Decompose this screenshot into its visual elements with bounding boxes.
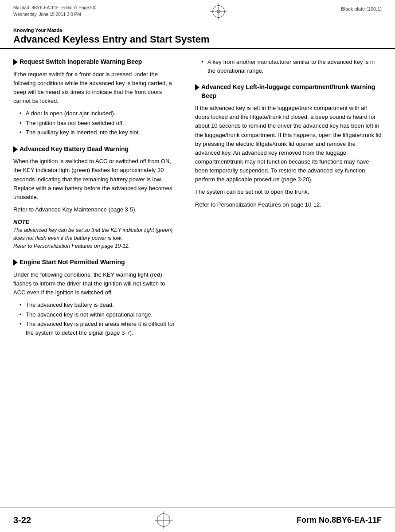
registration-mark bbox=[212, 5, 225, 18]
section-luggage-heading: Advanced Key Left-in-luggage compartment… bbox=[195, 83, 382, 100]
section-engine-start-title: Engine Start Not Permitted Warning bbox=[20, 258, 125, 267]
form-number: Form No.8BY6-EA-11F bbox=[297, 516, 382, 525]
section-engine-start: Engine Start Not Permitted Warning Under… bbox=[13, 258, 177, 337]
note-text1: The advanced key can be set so that the … bbox=[13, 226, 177, 242]
triangle-bullet-icon bbox=[13, 59, 18, 65]
section-luggage-warning: Advanced Key Left-in-luggage compartment… bbox=[195, 83, 382, 209]
section-meta: Knowing Your Mazda bbox=[0, 20, 395, 33]
header-right: Black plate (100,1) bbox=[341, 4, 382, 12]
section-request-switch: Request Switch Inoperable Warning Beep I… bbox=[13, 58, 177, 137]
section-request-switch-heading: Request Switch Inoperable Warning Beep bbox=[13, 58, 177, 66]
list-item: The advanced key battery is dead. bbox=[20, 301, 177, 309]
footer-registration-mark bbox=[157, 513, 170, 527]
list-item: The auxiliary key is inserted into the k… bbox=[20, 128, 177, 137]
header-center-icon bbox=[212, 5, 225, 18]
section-luggage-title: Advanced Key Left-in-luggage compartment… bbox=[201, 83, 382, 100]
section-luggage-body: If the advanced key is left in the lugga… bbox=[195, 104, 382, 184]
list-item: The advanced key is placed in areas wher… bbox=[20, 320, 177, 337]
page-header: Mazda3_8BY6-EA-11F_Edition1 Page100 Wedn… bbox=[0, 0, 395, 20]
triangle-bullet-icon bbox=[13, 259, 18, 266]
right-bullet-intro: A key from another manufacturer similar … bbox=[195, 58, 382, 75]
header-left: Mazda3_8BY6-EA-11F_Edition1 Page100 Wedn… bbox=[13, 4, 96, 18]
triangle-bullet-icon bbox=[195, 84, 199, 90]
section-battery-dead-body2: Refer to Advanced Key Maintenance (page … bbox=[13, 205, 177, 214]
list-item: The ignition has not been switched off. bbox=[20, 119, 177, 128]
section-battery-dead-title: Advanced Key Battery Dead Warning bbox=[20, 145, 129, 154]
section-request-switch-body: If the request switch for a front door i… bbox=[13, 70, 177, 106]
section-title: Advanced Keyless Entry and Start System bbox=[0, 33, 395, 49]
footer-center-icon bbox=[157, 513, 170, 527]
page-number: 3-22 bbox=[13, 515, 31, 525]
section-luggage-body3: Refer to Personalization Features on pag… bbox=[195, 200, 382, 209]
list-item: A key from another manufacturer similar … bbox=[201, 58, 382, 75]
section-luggage-body2: The system can be set not to open the tr… bbox=[195, 188, 382, 196]
section-request-switch-bullets: A door is open (door ajar included). The… bbox=[20, 109, 177, 137]
section-engine-start-bullets: The advanced key battery is dead. The ad… bbox=[20, 301, 177, 337]
header-date: Wednesday, June 15 2011 2:0 PM bbox=[13, 11, 96, 18]
header-doc-name: Mazda3_8BY6-EA-11F_Edition1 Page100 bbox=[13, 4, 96, 11]
left-column: Request Switch Inoperable Warning Beep I… bbox=[13, 58, 191, 345]
note-section: NOTE The advanced key can be set so that… bbox=[13, 219, 177, 250]
list-item: The advanced key is not within operation… bbox=[20, 310, 177, 319]
section-battery-dead: Advanced Key Battery Dead Warning When t… bbox=[13, 145, 177, 250]
section-battery-dead-heading: Advanced Key Battery Dead Warning bbox=[13, 145, 177, 154]
section-battery-dead-body: When the ignition is switched to ACC or … bbox=[13, 157, 177, 202]
right-bullet-list: A key from another manufacturer similar … bbox=[201, 58, 382, 75]
page-footer: 3-22 Form No.8BY6-EA-11F bbox=[0, 508, 395, 532]
note-label: NOTE bbox=[13, 219, 177, 225]
right-column: A key from another manufacturer similar … bbox=[191, 58, 382, 345]
content-columns: Request Switch Inoperable Warning Beep I… bbox=[0, 58, 395, 345]
section-engine-start-heading: Engine Start Not Permitted Warning bbox=[13, 258, 177, 267]
page-wrapper: Mazda3_8BY6-EA-11F_Edition1 Page100 Wedn… bbox=[0, 0, 395, 532]
list-item: A door is open (door ajar included). bbox=[20, 109, 177, 118]
section-request-switch-title: Request Switch Inoperable Warning Beep bbox=[20, 58, 142, 66]
note-text2: Refer to Personalization Features on pag… bbox=[13, 242, 177, 250]
triangle-bullet-icon bbox=[13, 146, 18, 153]
section-engine-start-body: Under the following conditions, the KEY … bbox=[13, 270, 177, 297]
